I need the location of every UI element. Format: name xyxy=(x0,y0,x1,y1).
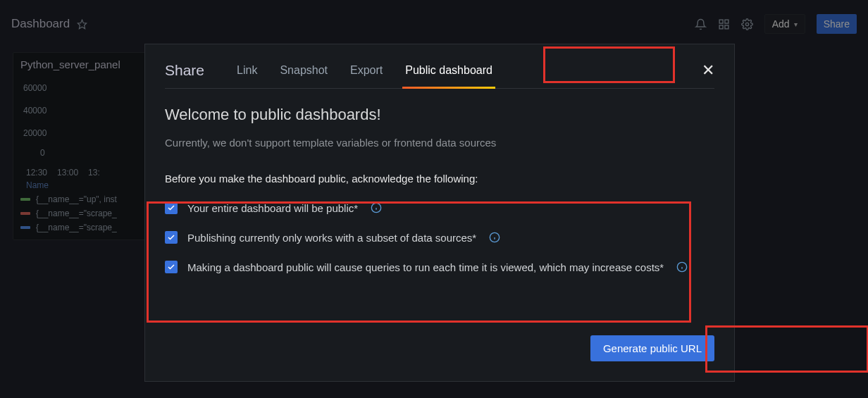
ack-text: Publishing currently only works with a s… xyxy=(187,232,476,244)
legend-label: {__name__="scrape_ xyxy=(36,223,117,232)
ack-heading: Before you make the dashboard public, ac… xyxy=(165,173,714,185)
modal-footer: Generate public URL xyxy=(590,335,714,361)
svg-rect-1 xyxy=(719,20,723,23)
x-tick: 13: xyxy=(88,168,100,178)
topbar-right: Add ▾ Share xyxy=(695,14,857,34)
dashboard-panel: Python_server_panel 60000 40000 20000 0 … xyxy=(13,52,161,240)
svg-rect-3 xyxy=(725,25,728,28)
info-icon[interactable] xyxy=(676,261,688,273)
share-label: Share xyxy=(824,18,850,30)
checkbox[interactable] xyxy=(165,261,178,273)
legend-item: {__name__="scrape_ xyxy=(20,223,153,232)
gear-icon[interactable] xyxy=(741,18,753,30)
legend-item: {__name__="up", inst xyxy=(20,194,153,204)
public-subtext: Currently, we don't support template var… xyxy=(165,137,714,149)
tab-public-dashboard[interactable]: Public dashboard xyxy=(404,60,494,81)
checkbox[interactable] xyxy=(165,201,178,214)
public-heading: Welcome to public dashboards! xyxy=(165,106,714,124)
ack-row: Your entire dashboard will be public* xyxy=(165,201,714,214)
ack-row: Making a dashboard public will cause que… xyxy=(165,261,714,273)
ack-row: Publishing currently only works with a s… xyxy=(165,231,714,244)
add-label: Add xyxy=(772,18,790,30)
checkbox[interactable] xyxy=(165,231,178,244)
legend-item: {__name__="scrape_ xyxy=(20,209,153,218)
tab-link[interactable]: Link xyxy=(235,60,259,81)
legend-label: {__name__="up", inst xyxy=(36,194,117,204)
legend-label: {__name__="scrape_ xyxy=(36,209,117,218)
bell-icon[interactable] xyxy=(695,18,707,30)
tab-export[interactable]: Export xyxy=(349,60,384,81)
x-tick: 12:30 xyxy=(26,168,47,178)
topbar-left: Dashboard xyxy=(11,17,87,31)
breadcrumb-title: Dashboard xyxy=(11,17,70,31)
generate-public-url-button[interactable]: Generate public URL xyxy=(590,335,714,361)
ack-text: Your entire dashboard will be public* xyxy=(187,202,358,214)
svg-point-5 xyxy=(745,23,748,25)
svg-rect-2 xyxy=(725,20,728,23)
star-icon[interactable] xyxy=(77,19,87,30)
svg-marker-0 xyxy=(78,20,87,29)
info-icon[interactable] xyxy=(371,202,382,213)
svg-rect-4 xyxy=(719,25,723,28)
modal-header: Share Link Snapshot Export Public dashbo… xyxy=(165,60,714,89)
legend-header: Name xyxy=(26,180,153,190)
modal-body: Welcome to public dashboards! Currently,… xyxy=(165,89,714,273)
y-tick: 20000 xyxy=(23,128,153,138)
chevron-down-icon: ▾ xyxy=(794,20,798,28)
share-button[interactable]: Share xyxy=(817,14,857,34)
y-tick: 60000 xyxy=(23,83,153,93)
legend-swatch xyxy=(20,226,30,229)
share-modal: Share Link Snapshot Export Public dashbo… xyxy=(144,44,735,382)
dashboard-icon[interactable] xyxy=(718,18,730,30)
modal-title: Share xyxy=(165,62,204,79)
x-tick: 13:00 xyxy=(57,168,78,178)
tab-snapshot[interactable]: Snapshot xyxy=(278,60,329,81)
panel-title: Python_server_panel xyxy=(20,58,153,70)
legend-swatch xyxy=(20,212,30,215)
y-tick: 40000 xyxy=(23,106,153,116)
close-icon[interactable]: ✕ xyxy=(702,61,714,80)
ack-text: Making a dashboard public will cause que… xyxy=(187,261,664,273)
x-axis: 12:30 13:00 13: xyxy=(26,168,153,178)
legend-swatch xyxy=(20,198,30,201)
info-icon[interactable] xyxy=(489,232,500,243)
y-tick: 0 xyxy=(40,148,153,158)
topbar: Dashboard Add ▾ Share xyxy=(0,15,868,32)
add-button[interactable]: Add ▾ xyxy=(764,14,805,34)
